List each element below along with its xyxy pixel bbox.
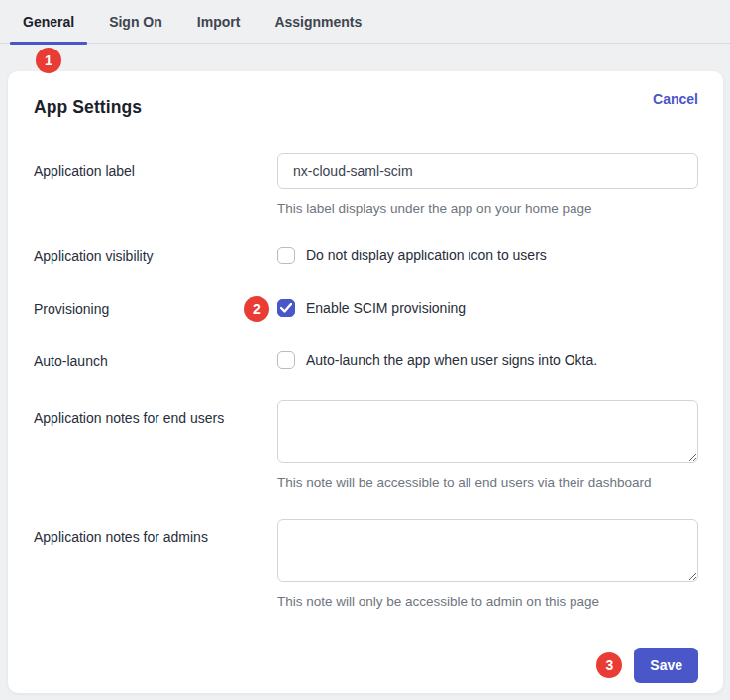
save-button[interactable]: Save [634, 648, 698, 683]
annotation-badge-1: 1 [36, 48, 61, 73]
notes-end-users-helper: This note will be accessible to all end … [277, 474, 698, 491]
application-visibility-option-label[interactable]: Do not display application icon to users [306, 248, 547, 263]
notes-admins-textarea[interactable] [277, 519, 698, 582]
app-settings-panel: App Settings Cancel Application label Th… [8, 71, 723, 693]
tab-import-label: Import [197, 14, 241, 30]
provisioning-field: 2 Enable SCIM provisioning [277, 299, 698, 317]
notes-admins-label: Application notes for admins [34, 519, 277, 546]
notes-end-users-field-group: This note will be accessible to all end … [277, 400, 698, 491]
notes-admins-field-group: This note will only be accessible to adm… [277, 519, 698, 610]
provisioning-checkbox[interactable] [277, 299, 295, 317]
tab-general[interactable]: General [23, 0, 74, 43]
auto-launch-checkbox[interactable] [277, 351, 295, 369]
notes-admins-helper: This note will only be accessible to adm… [277, 593, 698, 610]
notes-end-users-label: Application notes for end users [34, 400, 277, 427]
provisioning-label: Provisioning [34, 299, 277, 318]
row-notes-end-users: Application notes for end users This not… [34, 400, 698, 491]
row-auto-launch: Auto-launch Auto-launch the app when use… [34, 351, 698, 370]
tab-general-label: General [23, 14, 74, 30]
application-visibility-checkbox[interactable] [277, 247, 295, 264]
page-title: App Settings [34, 97, 142, 118]
auto-launch-label: Auto-launch [34, 351, 277, 370]
tab-assignments[interactable]: Assignments [274, 0, 362, 43]
row-application-label: Application label This label displays un… [34, 153, 698, 217]
cancel-link[interactable]: Cancel [653, 91, 698, 107]
application-label-helper: This label displays under the app on you… [277, 200, 698, 217]
annotation-badge-2: 2 [244, 296, 269, 322]
application-visibility-label: Application visibility [34, 247, 277, 265]
tab-sign-on-label: Sign On [109, 14, 162, 30]
row-application-visibility: Application visibility Do not display ap… [34, 247, 698, 265]
panel-header: App Settings Cancel [34, 97, 698, 118]
auto-launch-option-label[interactable]: Auto-launch the app when user signs into… [306, 352, 597, 368]
notes-end-users-textarea[interactable] [277, 400, 698, 463]
tab-assignments-label: Assignments [274, 14, 362, 30]
row-provisioning: Provisioning 2 Enable SCIM provisioning [34, 299, 698, 318]
tab-import[interactable]: Import [197, 0, 241, 43]
auto-launch-field: Auto-launch the app when user signs into… [277, 351, 698, 369]
row-notes-admins: Application notes for admins This note w… [34, 519, 698, 610]
annotation-badge-3: 3 [596, 652, 622, 678]
check-icon [280, 303, 292, 313]
app-tab-bar: General Sign On Import Assignments [0, 0, 730, 44]
application-label-input[interactable] [277, 153, 698, 189]
panel-footer: 3 Save [34, 648, 698, 683]
tab-sign-on[interactable]: Sign On [109, 0, 162, 43]
application-label-label: Application label [34, 153, 277, 180]
application-label-field-group: This label displays under the app on you… [277, 153, 698, 217]
provisioning-option-label[interactable]: Enable SCIM provisioning [306, 300, 466, 316]
application-visibility-field: Do not display application icon to users [277, 247, 698, 264]
